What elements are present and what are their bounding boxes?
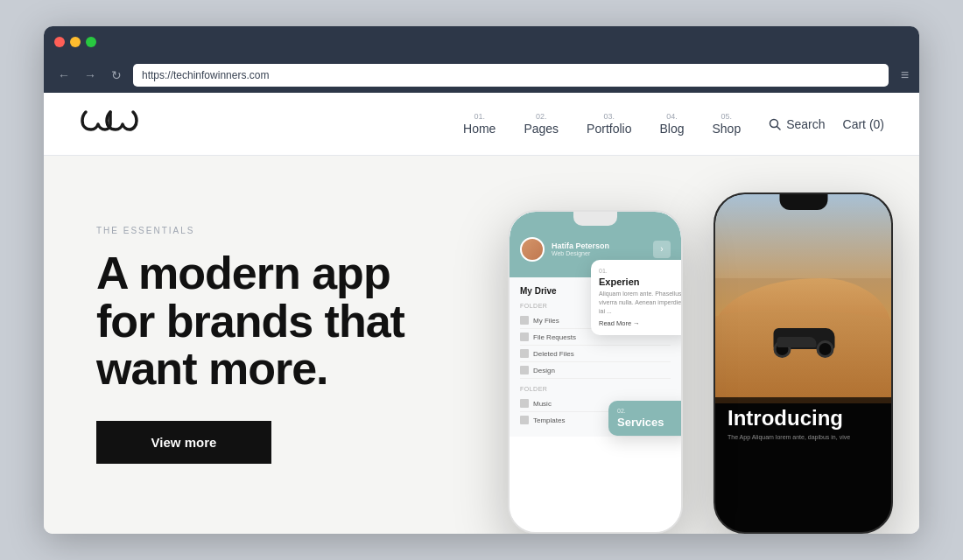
introducing-label: Introducing — [728, 408, 879, 429]
nav-item-pages[interactable]: 02. Pages — [524, 113, 559, 136]
hero-phones: Hatifa Peterson Web Designer › My Drive … — [464, 156, 919, 534]
phone-mockup-2: Introducing The App Aliquam lorem ante, … — [713, 192, 893, 534]
svg-line-1 — [777, 126, 781, 130]
nav-links-list: 01. Home 02. Pages 03. Portfolio 04. Blo… — [463, 113, 741, 136]
phone-user-name: Hatifa Peterson — [552, 242, 609, 250]
card-title: Experien — [599, 276, 681, 287]
site-logo[interactable] — [79, 105, 140, 143]
hero-section: THE ESSENTIALS A modern app for brands t… — [44, 156, 919, 534]
search-label: Search — [786, 117, 825, 131]
browser-navbar: ← → ↻ https://techinfowinners.com ≡ — [44, 58, 919, 93]
card-body: Aliquam lorem ante. Phasellus viverra nu… — [599, 290, 681, 315]
browser-titlebar — [44, 26, 919, 58]
nav-item-portfolio[interactable]: 03. Portfolio — [587, 113, 631, 136]
maximize-button[interactable] — [86, 37, 96, 47]
services-title: Services — [617, 416, 681, 429]
services-tag: 02. — [617, 408, 681, 414]
phone-user-role: Web Designer — [552, 250, 609, 256]
hero-content: THE ESSENTIALS A modern app for brands t… — [44, 156, 464, 534]
address-bar[interactable]: https://techinfowinners.com — [133, 64, 889, 87]
browser-window: ← → ↻ https://techinfowinners.com ≡ 01. … — [44, 26, 919, 534]
cart-button[interactable]: Cart (0) — [843, 117, 884, 131]
close-button[interactable] — [54, 37, 65, 47]
search-button[interactable]: Search — [769, 117, 825, 131]
nav-item-blog[interactable]: 04. Blog — [659, 113, 684, 136]
hero-eyebrow: THE ESSENTIALS — [96, 226, 429, 235]
nav-actions: Search Cart (0) — [769, 117, 884, 131]
card-read-more[interactable]: Read More → — [599, 319, 681, 327]
phone2-subtext: The App Aliquam lorem ante, dapibus in, … — [728, 433, 879, 442]
hero-cta-button[interactable]: View more — [96, 421, 271, 464]
website-content: 01. Home 02. Pages 03. Portfolio 04. Blo… — [44, 93, 919, 534]
reload-button[interactable]: ↻ — [107, 66, 126, 85]
card-tag: 01. — [599, 268, 681, 274]
nav-item-shop[interactable]: 05. Shop — [712, 113, 741, 136]
nav-item-home[interactable]: 01. Home — [463, 113, 496, 136]
hero-title: A modern app for brands that want more. — [96, 249, 429, 393]
forward-button[interactable]: → — [81, 66, 100, 85]
search-icon — [769, 118, 781, 130]
phone-mockup-1: Hatifa Peterson Web Designer › My Drive … — [508, 210, 683, 534]
site-navigation: 01. Home 02. Pages 03. Portfolio 04. Blo… — [44, 93, 919, 156]
minimize-button[interactable] — [70, 37, 81, 47]
browser-menu-button[interactable]: ≡ — [901, 67, 909, 83]
url-text: https://techinfowinners.com — [142, 69, 269, 81]
back-button[interactable]: ← — [54, 66, 74, 85]
